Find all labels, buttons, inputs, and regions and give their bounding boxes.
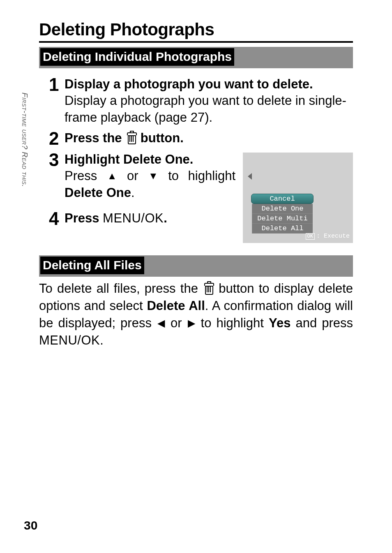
ok-badge: OK (306, 233, 315, 240)
p2-a: To delete all files, press the (39, 281, 203, 296)
step-1-num: 1 (49, 76, 60, 94)
step-2-title-a: Press the (65, 131, 125, 145)
step-3-num: 3 (49, 151, 60, 169)
p2-g: Yes (269, 316, 291, 330)
trash-icon (203, 283, 213, 294)
subheading-bar-2: Deleting All Files (39, 255, 353, 277)
left-arrow-icon (248, 173, 252, 180)
step-2-title: Press the button. (65, 130, 353, 146)
step-2-title-b: button. (141, 131, 184, 145)
camera-menu-item-delete-multi: Delete Multi (252, 214, 313, 224)
step-3-text-e: . (131, 185, 135, 200)
step-4-title-b: MENU/OK (103, 211, 164, 225)
camera-dialog: Cancel Delete One Delete Multi Delete Al… (243, 153, 353, 243)
step-1-title: Display a photograph you want to delete. (65, 76, 353, 92)
p2-e: or (166, 316, 187, 330)
subheading-2: Deleting All Files (40, 257, 144, 274)
step-4-title: Press MENU/OK. (65, 211, 235, 226)
step-4-num: 4 (49, 210, 60, 228)
step-3-title: Highlight Delete One. (65, 152, 235, 167)
step-1: 1 Display a photograph you want to delet… (49, 76, 353, 126)
section-2-paragraph: To delete all files, press the button to… (39, 280, 353, 349)
section-2: Deleting All Files To delete all files, … (39, 255, 353, 349)
step-2-num: 2 (49, 130, 60, 148)
p2-c: Delete All (147, 298, 205, 313)
step-3-text-a: Press (65, 169, 106, 183)
step-1-text: Display a photograph you want to delete … (65, 93, 353, 126)
p2-i: MENU/OK (39, 333, 100, 347)
p2-j: . (100, 333, 104, 347)
p2-f: to highlight (196, 316, 269, 330)
execute-label: : Execute (316, 233, 350, 240)
step-4-title-c: . (164, 211, 167, 225)
camera-menu-item-cancel: Cancel (251, 194, 314, 204)
camera-menu-item-delete-all: Delete All (252, 224, 313, 234)
p2-h: and press (291, 316, 353, 330)
side-tab-text-b: Read this. (21, 150, 29, 187)
step-2: 2 Press the button. (49, 130, 353, 148)
step-3-text-c: to highlight (159, 169, 235, 183)
page: First-time user? Read this. Deleting Pho… (0, 0, 392, 553)
step-3-text: Press ▲ or ▼ to highlight Delete One. (65, 168, 235, 201)
step-3: 3 Highlight Delete One. Press ▲ or ▼ to … (49, 151, 235, 201)
camera-menu-item-delete-one: Delete One (252, 204, 313, 214)
subheading-bar-1: Deleting Individual Photographs (39, 47, 353, 68)
step-3-title-a: Highlight (65, 152, 123, 167)
page-number: 30 (24, 518, 37, 532)
step-3-title-c: . (190, 152, 194, 167)
steps-area: 1 Display a photograph you want to delet… (39, 68, 353, 243)
step-4-title-a: Press (65, 211, 103, 225)
trash-icon (126, 132, 136, 143)
side-tab-text-a: First-time user? (21, 93, 29, 150)
step-3-title-b: Delete One (123, 152, 190, 167)
main-heading: Deleting Photographs (39, 21, 353, 43)
step-3-text-b: or (118, 169, 148, 183)
camera-menu: Cancel Delete One Delete Multi Delete Al… (252, 194, 313, 234)
step-4: 4 Press MENU/OK. (49, 210, 235, 228)
step-3-text-d: Delete One (65, 185, 131, 200)
subheading-1: Deleting Individual Photographs (40, 48, 234, 66)
side-tab: First-time user? Read this. (18, 93, 29, 245)
camera-execute-hint: OK : Execute (306, 233, 350, 240)
